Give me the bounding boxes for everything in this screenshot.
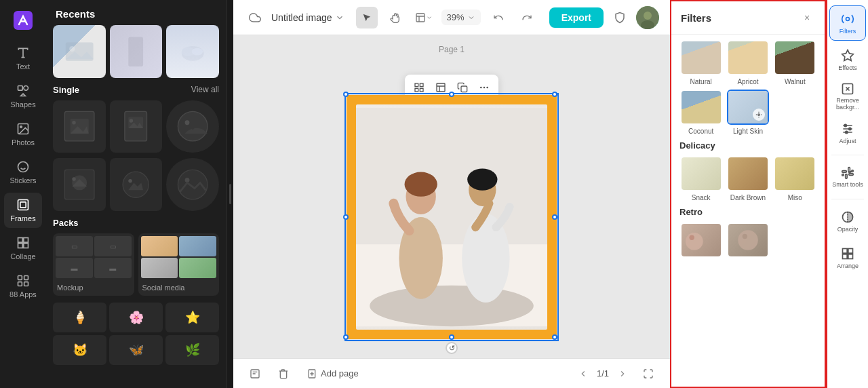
- rt-remove-bg-button[interactable]: Remove backgr...: [829, 79, 866, 114]
- select-tool-button[interactable]: [356, 7, 378, 28]
- rt-arrange-icon: [841, 247, 854, 260]
- filter-retro2[interactable]: [726, 222, 769, 260]
- single-grid-row1: [53, 100, 219, 153]
- notes-button[interactable]: [244, 366, 266, 382]
- svg-rect-75: [843, 254, 848, 258]
- recent-thumb-1[interactable]: [53, 25, 106, 78]
- top-bar-left: Untitled image: [244, 7, 344, 28]
- doc-title[interactable]: Untitled image: [271, 12, 344, 23]
- svg-point-29: [185, 121, 190, 125]
- single-thumb-6[interactable]: [166, 158, 219, 211]
- prev-page-button[interactable]: [575, 366, 591, 382]
- cloud-save-button[interactable]: [244, 7, 266, 28]
- rt-filters-button[interactable]: Filters: [829, 5, 866, 41]
- sidebar-item-text[interactable]: Text: [4, 41, 42, 76]
- main-area: Untitled image: [233, 0, 670, 388]
- trash-button[interactable]: [273, 366, 294, 382]
- filter-coconut[interactable]: Coconut: [679, 90, 722, 135]
- next-page-button[interactable]: [614, 366, 631, 382]
- sticker-section: 🍦 🌸 ⭐ 🐱 🦋 🌿: [53, 303, 219, 365]
- svg-rect-8: [18, 238, 23, 243]
- filter-miso[interactable]: Miso: [774, 156, 816, 201]
- sticker-thumb-6[interactable]: 🌿: [165, 335, 219, 365]
- sidebar-item-apps[interactable]: 88 Apps: [4, 269, 42, 304]
- sidebar-item-collage[interactable]: Collage: [4, 231, 42, 266]
- canvas-frame[interactable]: ↺: [347, 95, 557, 339]
- single-thumb-1[interactable]: [53, 100, 106, 153]
- undo-button[interactable]: [488, 7, 509, 28]
- svg-point-48: [484, 87, 486, 89]
- filter-apricot-thumb: [727, 40, 769, 75]
- fullscreen-button[interactable]: [637, 366, 659, 382]
- recent-thumb-3[interactable]: [166, 25, 219, 78]
- sidebar-item-frames[interactable]: Frames: [4, 193, 42, 228]
- sidebar-item-photos[interactable]: Photos: [4, 117, 42, 152]
- svg-point-65: [743, 234, 747, 239]
- sticker-thumb-2[interactable]: 🌸: [109, 303, 163, 332]
- notes-icon: [250, 368, 260, 379]
- filter-walnut[interactable]: Walnut: [774, 40, 816, 85]
- sticker-thumb-4[interactable]: 🐱: [53, 335, 106, 365]
- panel-content: Single View all: [46, 25, 226, 388]
- svg-point-61: [758, 114, 760, 116]
- filter-darkbrown[interactable]: Dark Brown: [726, 156, 769, 201]
- sticker-thumb-1[interactable]: 🍦: [53, 303, 106, 332]
- rotate-handle[interactable]: ↺: [446, 342, 458, 354]
- layout-tool-button[interactable]: [413, 7, 435, 28]
- redo-button[interactable]: [516, 7, 538, 28]
- social-media-label: Social media: [138, 281, 220, 296]
- sidebar-item-stickers[interactable]: Stickers: [4, 155, 42, 190]
- filter-natural-label: Natural: [690, 78, 712, 85]
- sidebar-item-shapes[interactable]: Shapes: [4, 79, 42, 114]
- single-thumb-3[interactable]: [166, 100, 219, 153]
- panel: Recents Single View all: [46, 0, 226, 388]
- app-logo[interactable]: [4, 7, 42, 34]
- sticker-thumb-5[interactable]: 🦋: [109, 335, 163, 365]
- hand-tool-button[interactable]: [384, 7, 406, 28]
- filter-snack[interactable]: Snack: [679, 156, 722, 201]
- rt-effects-button[interactable]: Effects: [829, 42, 866, 77]
- svg-point-39: [644, 12, 652, 20]
- export-button[interactable]: Export: [549, 7, 604, 28]
- rt-opacity-button[interactable]: Opacity: [829, 203, 866, 239]
- rt-adjust-button[interactable]: Adjust: [829, 115, 866, 151]
- recent-thumb-2[interactable]: [110, 25, 163, 78]
- user-avatar[interactable]: [636, 6, 659, 29]
- svg-point-66: [846, 17, 850, 20]
- svg-rect-45: [437, 83, 445, 92]
- single-thumb-2[interactable]: [110, 100, 163, 153]
- filter-apricot[interactable]: Apricot: [726, 40, 769, 85]
- panel-resize-handle[interactable]: [226, 0, 233, 388]
- single-thumb-5[interactable]: [110, 158, 163, 211]
- filter-lightskin[interactable]: Light Skin: [726, 90, 769, 135]
- next-page-icon: [618, 369, 627, 379]
- rt-smart-tools-button[interactable]: Smart tools: [829, 159, 866, 195]
- filter-retro1[interactable]: [679, 222, 722, 260]
- view-all-link[interactable]: View all: [191, 85, 219, 94]
- svg-point-63: [689, 235, 694, 240]
- svg-rect-12: [18, 276, 22, 280]
- mockup-pack[interactable]: ▭ ▭ ▬ ▬ Mockup: [53, 233, 134, 296]
- rt-filters-icon: [841, 12, 854, 26]
- rt-arrange-button[interactable]: Arrange: [829, 240, 866, 275]
- top-bar-right: Export: [549, 6, 659, 29]
- zoom-control[interactable]: 39%: [441, 9, 481, 25]
- filter-grid-retro: [679, 222, 816, 260]
- filter-apricot-label: Apricot: [737, 78, 758, 85]
- shield-button[interactable]: [609, 7, 631, 28]
- filters-header: Filters ×: [671, 1, 825, 35]
- svg-point-24: [72, 121, 75, 124]
- svg-rect-72: [843, 248, 848, 253]
- add-page-button[interactable]: Add page: [301, 366, 364, 382]
- rt-smart-tools-icon: [841, 166, 854, 180]
- filter-grid-delicacy: Snack Dark Brown Miso: [679, 156, 816, 201]
- svg-point-2: [24, 86, 28, 91]
- social-media-pack[interactable]: Social media: [138, 233, 220, 296]
- filter-natural[interactable]: Natural: [679, 40, 722, 85]
- rt-divider1: [831, 155, 864, 155]
- sticker-thumb-3[interactable]: ⭐: [165, 303, 219, 332]
- filters-close-button[interactable]: ×: [799, 9, 815, 26]
- filter-coconut-thumb: [680, 90, 722, 125]
- single-thumb-4[interactable]: [53, 158, 106, 211]
- filter-retro1-thumb: [680, 222, 722, 258]
